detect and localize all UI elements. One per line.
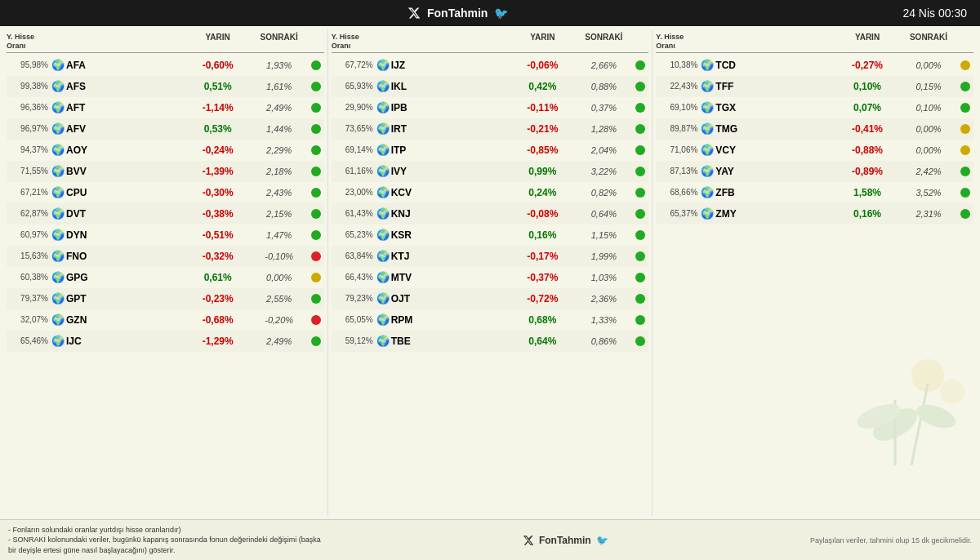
yarin-value: 0,07% <box>835 102 900 113</box>
table-row: 60,97%🌍DYN-0,51%1,47% <box>7 224 324 246</box>
ticker-label: IPB <box>391 102 408 113</box>
y-hisse-value: 63,84% <box>332 251 376 260</box>
ticker-label: GPT <box>66 293 87 304</box>
header: FonTahmin 🐦 24 Nis 00:30 <box>0 0 980 26</box>
section-1: Y. HisseOranı YARIN SONRAKİ 95,98%🌍AFA-0… <box>3 29 328 516</box>
dot-container <box>308 60 324 70</box>
yarin-value: 0,64% <box>510 336 575 347</box>
globe-icon: 🌍 <box>51 122 65 135</box>
yarin-value: -0,11% <box>510 102 575 113</box>
ticker-label: ITP <box>391 144 407 156</box>
globe-icon: 🌍 <box>376 122 390 135</box>
ticker-label: KTJ <box>391 251 410 262</box>
ticker-label: KSR <box>391 229 412 241</box>
yarin-value: -0,68% <box>185 314 251 326</box>
sonraki-value: 2,42% <box>900 167 957 176</box>
status-dot <box>635 82 645 91</box>
yarin-value: -0,38% <box>185 208 251 220</box>
y-hisse-value: 23,00% <box>332 188 376 197</box>
status-dot <box>311 230 321 240</box>
ticker-cell: 🌍AFV <box>51 122 185 135</box>
dot-container <box>957 103 973 113</box>
ticker-cell: 🌍KSR <box>376 229 510 241</box>
status-dot <box>960 145 970 155</box>
sonraki-value: 0,64% <box>575 209 632 219</box>
status-dot <box>960 188 970 198</box>
table-row: 65,93%🌍IKL0,42%0,88% <box>332 76 649 97</box>
yarin-value: -0,41% <box>835 123 900 135</box>
y-hisse-value: 65,93% <box>332 82 376 91</box>
globe-icon: 🌍 <box>376 335 390 347</box>
dot-container <box>632 103 648 113</box>
status-dot <box>635 188 645 198</box>
ticker-label: ZFB <box>715 187 734 198</box>
ticker-cell: 🌍TGX <box>701 101 835 113</box>
col-y-hisse-2: Y. HisseOranı <box>332 33 376 51</box>
yarin-value: -0,08% <box>510 208 575 220</box>
status-dot <box>635 315 645 325</box>
sonraki-value: 2,43% <box>251 188 308 198</box>
ticker-cell: 🌍TMG <box>701 122 835 135</box>
sonraki-value: 1,33% <box>575 315 632 325</box>
y-hisse-value: 69,10% <box>656 103 701 112</box>
col-header-1: Y. HisseOranı YARIN SONRAKİ <box>7 31 324 53</box>
globe-icon: 🌍 <box>701 165 714 177</box>
table-row: 67,21%🌍CPU-0,30%2,43% <box>7 182 324 203</box>
col-sonraki-3: SONRAKİ <box>900 33 957 51</box>
ticker-cell: 🌍OJT <box>376 292 510 304</box>
ticker-label: KCV <box>391 187 412 198</box>
y-hisse-value: 15,63% <box>7 251 51 260</box>
yarin-value: -0,32% <box>185 251 251 262</box>
globe-icon: 🌍 <box>376 59 390 71</box>
y-hisse-value: 96,36% <box>7 103 51 112</box>
ticker-cell: 🌍AFS <box>51 80 185 92</box>
dot-container <box>957 60 973 70</box>
yarin-value: -0,24% <box>185 144 251 156</box>
sonraki-value: 0,88% <box>575 82 632 91</box>
col-y-hisse-3: Y. HisseOranı <box>656 33 701 51</box>
ticker-label: RPM <box>391 314 413 326</box>
sonraki-value: 1,61% <box>251 82 308 91</box>
sonraki-value: 2,55% <box>251 294 308 304</box>
ticker-cell: 🌍KCV <box>376 186 510 198</box>
y-hisse-value: 62,87% <box>7 209 51 218</box>
footer: - Fonların solundaki oranlar yurtdışı hi… <box>0 519 980 560</box>
y-hisse-value: 65,46% <box>7 336 51 345</box>
globe-icon: 🌍 <box>376 292 390 304</box>
ticker-cell: 🌍AFA <box>51 59 185 71</box>
yarin-value: 0,16% <box>510 229 575 241</box>
table-row: 79,23%🌍OJT-0,72%2,36% <box>332 288 649 309</box>
yarin-value: 1,58% <box>835 187 900 198</box>
section2-rows: 67,72%🌍IJZ-0,06%2,66%65,93%🌍IKL0,42%0,88… <box>332 55 649 352</box>
table-row: 61,16%🌍IVY0,99%3,22% <box>332 161 649 182</box>
sonraki-value: 0,00% <box>900 145 957 155</box>
ticker-cell: 🌍AFT <box>51 101 185 113</box>
sonraki-value: 3,52% <box>900 188 957 198</box>
ticker-cell: 🌍IJZ <box>376 59 510 71</box>
ticker-cell: 🌍KNJ <box>376 207 510 220</box>
col-sonraki-1: SONRAKİ <box>251 33 308 51</box>
ticker-label: AFA <box>66 60 86 71</box>
table-row: 87,13%🌍YAY-0,89%2,42% <box>656 161 973 182</box>
svg-point-6 <box>854 399 904 433</box>
dot-container <box>632 336 648 346</box>
globe-icon: 🌍 <box>51 250 65 262</box>
status-dot <box>960 82 970 91</box>
y-hisse-value: 94,37% <box>7 145 51 154</box>
globe-icon: 🌍 <box>51 80 65 92</box>
table-row: 15,63%🌍FNO-0,32%-0,10% <box>7 246 324 267</box>
ticker-cell: 🌍CPU <box>51 186 185 198</box>
globe-icon: 🌍 <box>376 229 390 241</box>
table-row: 94,37%🌍AOY-0,24%2,29% <box>7 140 324 161</box>
y-hisse-value: 95,98% <box>7 60 51 69</box>
table-row: 96,36%🌍AFT-1,14%2,49% <box>7 97 324 118</box>
status-dot <box>635 273 645 282</box>
y-hisse-value: 29,90% <box>332 103 376 112</box>
table-row: 79,37%🌍GPT-0,23%2,55% <box>7 288 324 309</box>
globe-icon: 🌍 <box>51 271 65 283</box>
col-sonraki-2: SONRAKİ <box>575 33 632 51</box>
y-hisse-value: 61,16% <box>332 167 376 176</box>
status-dot <box>635 167 645 176</box>
twitter-icon: 🐦 <box>494 7 508 20</box>
svg-point-1 <box>940 380 964 404</box>
